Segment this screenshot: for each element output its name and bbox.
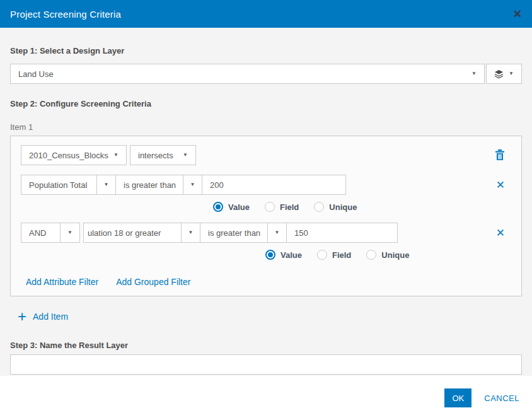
radio-field[interactable]: Field — [265, 202, 299, 212]
remove-filter-1-button[interactable]: ✕ — [496, 180, 505, 190]
close-icon: ✕ — [496, 180, 505, 190]
cancel-button[interactable]: CANCEL — [484, 394, 519, 403]
dialog-title: Project Screening Criteria — [10, 9, 121, 20]
radio-unique[interactable]: Unique — [314, 202, 357, 212]
filter-1-value-input[interactable] — [202, 175, 345, 194]
design-layer-select[interactable]: Land Use ▼ — [10, 64, 485, 84]
design-layer-value: Land Use — [11, 69, 61, 79]
filter-2-mode-radios: Value Field Unique — [265, 249, 511, 260]
filter-2-operator-dropdown[interactable]: is greater than — [200, 223, 268, 242]
filter-1-control: Population Total ▼ is greater than ▼ — [21, 175, 346, 195]
filter-2-value-cell — [287, 223, 397, 242]
radio-value[interactable]: Value — [213, 202, 250, 212]
radio-selected-icon[interactable] — [213, 202, 223, 212]
add-grouped-filter-link[interactable]: Add Grouped Filter — [116, 277, 190, 287]
filter-1-field-dropdown[interactable]: Population Total — [21, 175, 97, 194]
filter-2-join-value: AND — [21, 228, 54, 238]
filter-2-field-value: ulation 18 or greater — [84, 228, 165, 238]
radio-value-label: Value — [280, 250, 302, 260]
radio-field-label: Field — [332, 250, 351, 260]
spatial-expression-row: 2010_Census_Blocks ▼ intersects ▼ — [21, 145, 511, 165]
filter-1-operator-dropdown[interactable]: is greater than — [116, 175, 183, 194]
radio-unique-label: Unique — [381, 250, 409, 260]
layer-dropdown[interactable]: 2010_Census_Blocks ▼ — [21, 145, 127, 165]
item-label: Item 1 — [10, 122, 522, 132]
chevron-down-icon[interactable]: ▼ — [509, 71, 514, 76]
filter-1-operator-value: is greater than — [116, 180, 183, 190]
radio-unselected-icon[interactable] — [366, 250, 376, 260]
chevron-down-icon[interactable]: ▼ — [182, 223, 200, 242]
result-layer-name-input[interactable] — [10, 354, 522, 375]
radio-selected-icon[interactable] — [265, 250, 275, 260]
chevron-down-icon: ▼ — [108, 153, 126, 158]
attribute-filter-row: AND ▼ ulation 18 or greater ▼ is greater… — [21, 223, 511, 243]
project-screening-criteria-dialog: Project Screening Criteria ✕ Step 1: Sel… — [0, 0, 532, 420]
step2-label: Step 2: Configure Screening Criteria — [10, 99, 522, 108]
attribute-filter-row: Population Total ▼ is greater than ▼ ✕ — [21, 175, 511, 195]
chevron-down-icon: ▼ — [178, 153, 195, 158]
filter-2-operator-value: is greater than — [200, 228, 267, 238]
radio-value-label: Value — [228, 202, 250, 212]
radio-unselected-icon[interactable] — [314, 202, 324, 212]
radio-value[interactable]: Value — [265, 250, 302, 260]
radio-field[interactable]: Field — [317, 250, 351, 260]
close-icon[interactable]: ✕ — [513, 9, 522, 20]
chevron-down-icon[interactable]: ▼ — [466, 71, 484, 76]
filter-2-join-cell: AND — [21, 223, 61, 242]
chevron-down-icon[interactable]: ▼ — [97, 175, 116, 194]
ok-button[interactable]: OK — [444, 388, 471, 407]
add-item-button[interactable]: + Add Item — [10, 310, 522, 323]
add-attribute-filter-link[interactable]: Add Attribute Filter — [26, 277, 98, 287]
filter-2-value-input[interactable] — [287, 223, 397, 242]
filter-2-control: ulation 18 or greater ▼ is greater than … — [83, 223, 398, 243]
step1-label: Step 1: Select a Design Layer — [10, 46, 522, 55]
filter-1-field-value: Population Total — [21, 180, 95, 190]
trash-icon — [495, 149, 505, 161]
screening-item: 2010_Census_Blocks ▼ intersects ▼ — [10, 136, 522, 296]
filter-1-value-cell — [202, 175, 345, 194]
spatial-operator-value: intersects — [130, 151, 178, 160]
filter-links: Add Attribute Filter Add Grouped Filter — [21, 277, 511, 287]
radio-unselected-icon[interactable] — [265, 202, 275, 212]
remove-filter-2-button[interactable]: ✕ — [496, 228, 505, 238]
step3-label: Step 3: Name the Result Layer — [10, 341, 522, 350]
radio-unselected-icon[interactable] — [317, 250, 327, 260]
layer-dropdown-value: 2010_Census_Blocks — [21, 151, 108, 160]
layer-options-button[interactable]: ▼ — [486, 64, 522, 84]
chevron-down-icon[interactable]: ▼ — [183, 175, 202, 194]
chevron-down-icon[interactable]: ▼ — [268, 223, 287, 242]
filter-2-join-dropdown[interactable]: AND ▼ — [21, 223, 80, 243]
dialog-header: Project Screening Criteria ✕ — [0, 0, 532, 28]
radio-field-label: Field — [280, 202, 299, 212]
close-icon: ✕ — [496, 228, 505, 238]
spatial-operator-dropdown[interactable]: intersects ▼ — [130, 145, 196, 165]
radio-unique[interactable]: Unique — [366, 250, 409, 260]
layers-icon — [494, 69, 504, 79]
filter-1-mode-radios: Value Field Unique — [213, 201, 511, 213]
chevron-down-icon[interactable]: ▼ — [61, 223, 79, 242]
plus-icon: + — [18, 310, 26, 323]
dialog-footer: OK CANCEL — [0, 376, 532, 420]
filter-2-field-dropdown[interactable]: ulation 18 or greater — [84, 223, 182, 242]
step1-controls: Land Use ▼ ▼ — [10, 64, 522, 84]
radio-unique-label: Unique — [329, 202, 357, 212]
delete-item-button[interactable] — [495, 149, 505, 161]
add-item-label: Add Item — [33, 312, 68, 322]
